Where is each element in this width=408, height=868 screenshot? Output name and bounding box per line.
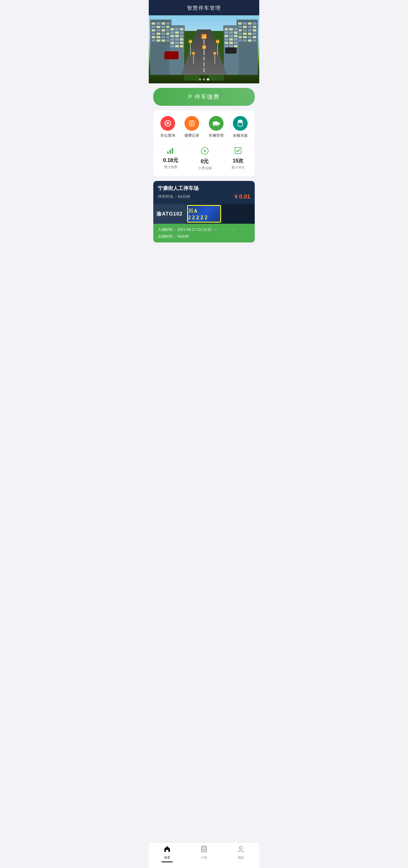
svg-rect-12 (167, 151, 169, 154)
wifi-pole-2: 📶 (192, 52, 195, 64)
svg-point-21 (204, 850, 205, 851)
menu-item-balance-recharge[interactable]: ¥ 余额充值 (233, 116, 248, 138)
plate-number: 渝ATG102 (153, 204, 186, 224)
menu-item-parking-query[interactable]: 车位查询 (160, 116, 175, 138)
svg-rect-17 (235, 148, 241, 154)
svg-rect-14 (172, 148, 173, 154)
building-left-1 (150, 20, 171, 75)
nav-orders[interactable]: 订单 (193, 845, 215, 862)
banner-pagination (199, 78, 209, 81)
owed-fee-icon: ¥ (201, 147, 209, 156)
stats-row: 0.18元 累计缴费 ¥ 0元 欠费金额 (153, 144, 255, 176)
vehicle-manage-icon (209, 116, 224, 131)
orders-icon (200, 845, 208, 855)
plate-image: 川A 22222 (187, 205, 221, 223)
svg-point-1 (167, 122, 169, 124)
parking-duration: 停车时长：54分钟 (158, 194, 190, 199)
svg-rect-10 (218, 123, 220, 124)
parking-name: 宁康街人工停车场 (158, 185, 250, 192)
svg-point-8 (213, 125, 215, 126)
building-right-1 (237, 20, 258, 75)
svg-text:¥: ¥ (204, 149, 206, 153)
bottom-nav: 首页 订单 我的 (149, 842, 259, 868)
cumulative-fee-label: 累计缴费 (164, 165, 177, 169)
profile-icon (237, 845, 244, 855)
menu-item-vehicle-manage[interactable]: 车辆管理 (209, 116, 224, 138)
payment-record-label: 缴费记录 (184, 133, 199, 138)
cumulative-park-icon (234, 147, 242, 156)
cumulative-park-label: 累计停车 (231, 165, 245, 170)
svg-point-23 (239, 846, 242, 849)
parking-card-header: 宁康街人工停车场 停车时长：54分钟 ¥ 0.01 (153, 181, 255, 201)
nav-orders-label: 订单 (201, 856, 207, 860)
parking-plate-row: 渝ATG102 川A 22222 (153, 204, 255, 224)
app-title: 智慧停车管理 (187, 5, 221, 11)
exit-time-label: 出场时间： 54分钟 (158, 234, 189, 239)
stat-owed-fee: ¥ 0元 欠费金额 (198, 147, 212, 171)
svg-text:¥: ¥ (239, 123, 241, 126)
wifi-pole-center-1: 📶 (201, 34, 207, 46)
menu-item-payment-record[interactable]: 缴费记录 (184, 116, 199, 138)
cumulative-park-value: 15次 (233, 157, 243, 164)
car-red (164, 51, 178, 59)
svg-point-22 (205, 850, 206, 851)
dot-2[interactable] (203, 78, 205, 81)
nav-profile-label: 我的 (238, 856, 244, 860)
nav-home-label: 首页 (164, 856, 170, 860)
parking-info-row: 停车时长：54分钟 ¥ 0.01 (158, 193, 250, 200)
svg-rect-19 (203, 847, 205, 849)
parking-time-section: 入场时间： 2021-04-27 22:13:22 — — — — 出场时间： … (153, 224, 255, 243)
pay-button[interactable]: P 停车缴费 (153, 88, 255, 106)
app-header: 智慧停车管理 (149, 0, 259, 15)
parking-query-icon (160, 116, 175, 131)
owed-fee-value: 0元 (201, 158, 208, 165)
vehicle-manage-label: 车辆管理 (209, 133, 224, 138)
owed-fee-label: 欠费金额 (198, 166, 212, 171)
menu-card: 车位查询 缴费记录 (153, 110, 255, 176)
svg-rect-13 (169, 150, 171, 154)
nav-home[interactable]: 首页 (156, 845, 178, 862)
banner-image: 📶 📶 📶 📶 📶 📶 (149, 15, 259, 83)
nav-home-indicator (162, 862, 173, 862)
cumulative-fee-value: 0.18元 (163, 157, 178, 164)
svg-point-9 (217, 125, 218, 126)
balance-recharge-icon: ¥ (233, 116, 248, 131)
svg-rect-7 (214, 121, 217, 123)
home-icon (164, 845, 171, 855)
dot-3[interactable] (207, 78, 209, 81)
quick-menu: 车位查询 缴费记录 (153, 116, 255, 144)
dot-1[interactable] (199, 78, 201, 81)
wifi-pole-4: 📶 (213, 52, 216, 64)
parking-query-label: 车位查询 (160, 133, 175, 138)
entry-time-dots: — — — — (214, 228, 250, 232)
svg-rect-18 (201, 846, 207, 852)
payment-record-icon (184, 116, 199, 131)
stat-cumulative-fee: 0.18元 累计缴费 (163, 147, 178, 171)
svg-point-20 (203, 850, 203, 851)
main-content: P 停车缴费 车位查询 (149, 83, 259, 274)
parking-price: ¥ 0.01 (234, 193, 250, 200)
plate-empty (222, 204, 255, 224)
building-left-2 (169, 25, 185, 75)
car-dark (225, 48, 237, 54)
entry-time-label: 入场时间： 2021-04-27 22:13:22 (158, 227, 211, 232)
wifi-pole-3: 📶 (216, 40, 219, 55)
balance-recharge-label: 余额充值 (233, 133, 248, 138)
parking-card: 宁康街人工停车场 停车时长：54分钟 ¥ 0.01 渝ATG102 川A 222… (153, 181, 255, 243)
stat-cumulative-park: 15次 累计停车 (231, 147, 245, 171)
cumulative-fee-icon (167, 147, 174, 155)
nav-profile[interactable]: 我的 (230, 845, 252, 862)
entry-time-row: 入场时间： 2021-04-27 22:13:22 — — — — (158, 227, 250, 232)
wifi-pole-center-2: 📶 (202, 45, 206, 55)
exit-time-row: 出场时间： 54分钟 (158, 234, 250, 239)
